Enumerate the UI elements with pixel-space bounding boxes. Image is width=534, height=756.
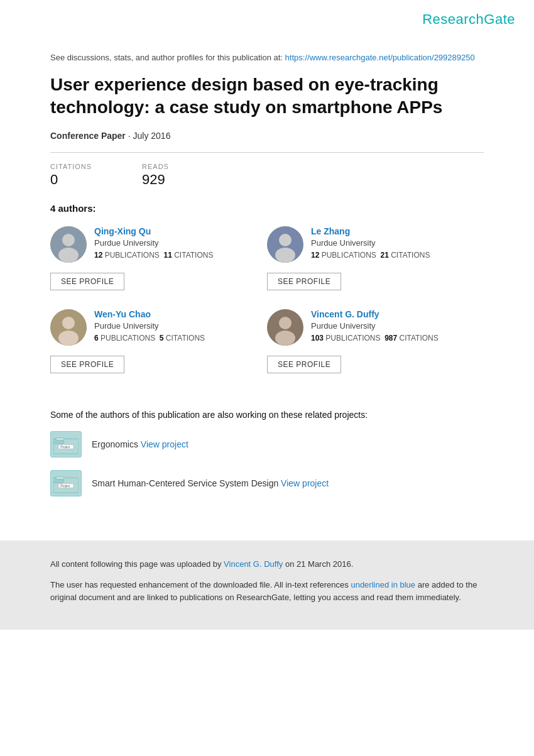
svg-text:Project: Project (60, 446, 70, 449)
footer-note-line: The user has requested enhancement of th… (50, 579, 484, 605)
svg-point-8 (58, 331, 79, 346)
related-projects-title: Some of the authors of this publication … (50, 410, 484, 420)
author-info: Wen-Yu Chao Purdue University 6 PUBLICAT… (94, 309, 205, 342)
author-top: Le Zhang Purdue University 12 PUBLICATIO… (267, 226, 484, 263)
project-name: Ergonomics View project (92, 439, 188, 449)
author-card: Wen-Yu Chao Purdue University 6 PUBLICAT… (50, 309, 267, 392)
project-name: Smart Human-Centered Service System Desi… (92, 478, 329, 488)
svg-point-4 (279, 234, 292, 246)
author-name-link[interactable]: Le Zhang (311, 226, 430, 236)
stats-row: CITATIONS 0 READS 929 (50, 163, 484, 188)
author-card: Le Zhang Purdue University 12 PUBLICATIO… (267, 226, 484, 309)
svg-point-7 (62, 317, 75, 329)
authors-grid: Qing-Xing Qu Purdue University 12 PUBLIC… (50, 226, 484, 392)
svg-point-5 (275, 248, 295, 263)
header-bar: ResearchGate (0, 0, 534, 34)
publication-link[interactable]: https://www.researchgate.net/publication… (285, 53, 475, 62)
reads-label: READS (142, 163, 169, 170)
svg-point-2 (58, 248, 79, 263)
see-profile-button[interactable]: SEE PROFILE (267, 356, 341, 373)
related-projects: Some of the authors of this publication … (50, 410, 484, 496)
view-project-link[interactable]: View project (281, 478, 329, 488)
authors-section: 4 authors: Qing-Xing Qu Purdue Universit… (50, 203, 484, 392)
see-profile-button[interactable]: SEE PROFILE (50, 273, 124, 290)
see-profile-button[interactable]: SEE PROFILE (50, 356, 124, 373)
svg-point-1 (62, 234, 75, 246)
project-item: Project Smart Human-Centered Service Sys… (50, 470, 484, 496)
project-item: Project Ergonomics View project (50, 431, 484, 457)
authors-title: 4 authors: (50, 203, 484, 214)
paper-type: Conference Paper · July 2016 (50, 131, 484, 141)
avatar (267, 309, 303, 346)
citations-value: 0 (50, 172, 92, 188)
author-stats: 6 PUBLICATIONS 5 CITATIONS (94, 334, 205, 342)
author-stats: 12 PUBLICATIONS 21 CITATIONS (311, 251, 430, 260)
author-card: Vincent G. Duffy Purdue University 103 P… (267, 309, 484, 392)
divider-1 (50, 152, 484, 153)
reads-value: 929 (142, 172, 169, 188)
author-name-link[interactable]: Vincent G. Duffy (311, 309, 439, 319)
project-icon: Project (50, 470, 82, 496)
svg-point-10 (279, 317, 292, 329)
footer-upload-line: All content following this page was uplo… (50, 558, 484, 571)
citations-label: CITATIONS (50, 163, 92, 170)
see-also-bar: See discussions, stats, and author profi… (50, 53, 484, 62)
author-stats: 103 PUBLICATIONS 987 CITATIONS (311, 334, 439, 342)
author-affiliation: Purdue University (94, 321, 205, 331)
author-name-link[interactable]: Wen-Yu Chao (94, 309, 205, 319)
author-affiliation: Purdue University (311, 238, 430, 248)
view-project-link[interactable]: View project (141, 439, 188, 449)
svg-rect-14 (56, 437, 64, 440)
reads-block: READS 929 (142, 163, 169, 188)
author-top: Vincent G. Duffy Purdue University 103 P… (267, 309, 484, 346)
author-stats: 12 PUBLICATIONS 11 CITATIONS (94, 251, 213, 260)
author-affiliation: Purdue University (311, 321, 439, 331)
author-top: Wen-Yu Chao Purdue University 6 PUBLICAT… (50, 309, 267, 346)
main-content: See discussions, stats, and author profi… (0, 34, 534, 540)
svg-point-11 (275, 331, 295, 346)
researchgate-logo: ResearchGate (422, 11, 515, 28)
author-affiliation: Purdue University (94, 238, 213, 248)
author-info: Le Zhang Purdue University 12 PUBLICATIO… (311, 226, 430, 260)
projects-list: Project Ergonomics View project Project … (50, 431, 484, 496)
avatar (50, 226, 87, 263)
author-top: Qing-Xing Qu Purdue University 12 PUBLIC… (50, 226, 267, 263)
avatar (267, 226, 303, 263)
avatar (50, 309, 87, 346)
footer-section: All content following this page was uplo… (0, 540, 534, 630)
author-name-link[interactable]: Qing-Xing Qu (94, 226, 213, 236)
author-info: Vincent G. Duffy Purdue University 103 P… (311, 309, 439, 342)
project-icon: Project (50, 431, 82, 457)
paper-title: User experience design based on eye-trac… (50, 74, 484, 119)
svg-rect-19 (56, 476, 64, 479)
svg-text:Project: Project (60, 485, 70, 488)
author-info: Qing-Xing Qu Purdue University 12 PUBLIC… (94, 226, 213, 260)
citations-block: CITATIONS 0 (50, 163, 92, 188)
author-card: Qing-Xing Qu Purdue University 12 PUBLIC… (50, 226, 267, 309)
see-profile-button[interactable]: SEE PROFILE (267, 273, 341, 290)
footer-underlined-link[interactable]: underlined in blue (351, 580, 415, 589)
footer-uploader-link[interactable]: Vincent G. Duffy (224, 559, 283, 569)
